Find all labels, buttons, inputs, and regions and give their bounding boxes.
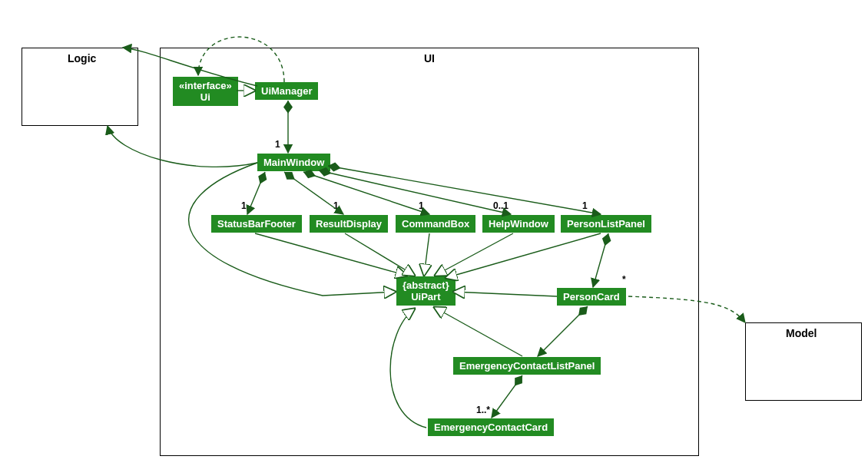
person-card-node: PersonCard (557, 288, 626, 306)
ui-interface-node: «interface»Ui (173, 77, 238, 106)
mult-cb: 1 (419, 200, 424, 211)
ui-region (160, 48, 699, 456)
logic-title: Logic (68, 52, 96, 64)
model-title: Model (786, 327, 817, 339)
main-window-node: MainWindow (257, 154, 330, 171)
mult-ecc: 1..* (476, 405, 490, 415)
ui-manager-node: UiManager (255, 82, 318, 100)
command-box-node: CommandBox (396, 215, 475, 233)
ecl-panel-node: EmergencyContactListPanel (453, 357, 601, 375)
result-display-node: ResultDisplay (310, 215, 388, 233)
status-bar-footer-node: StatusBarFooter (211, 215, 302, 233)
mult-pc: * (622, 274, 626, 285)
mult-hw: 0..1 (493, 200, 509, 211)
mult-mw: 1 (275, 139, 280, 150)
person-list-panel-node: PersonListPanel (561, 215, 651, 233)
help-window-node: HelpWindow (482, 215, 555, 233)
mult-plp: 1 (582, 200, 588, 211)
ui-title: UI (424, 52, 435, 64)
mult-sbf: 1 (241, 200, 247, 211)
ui-part-node: {abstract}UiPart (396, 276, 456, 306)
ec-card-node: EmergencyContactCard (428, 418, 554, 436)
mult-rd: 1 (333, 200, 339, 211)
